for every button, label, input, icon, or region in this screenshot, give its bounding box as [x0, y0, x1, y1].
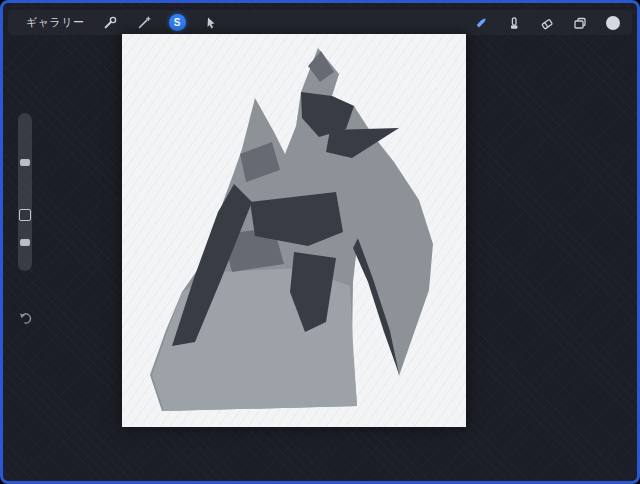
adjustments-button[interactable] [135, 14, 153, 32]
toolbar-right-group [472, 14, 632, 32]
paint-button[interactable] [472, 14, 490, 32]
selection-icon: S [174, 17, 181, 28]
drawing-canvas[interactable] [122, 34, 466, 427]
undo-icon [17, 310, 33, 326]
artwork-creature-painting [122, 34, 466, 427]
opacity-slider[interactable] [20, 239, 30, 246]
top-toolbar: ギャラリー S [8, 10, 632, 35]
transform-cursor-icon [203, 15, 219, 31]
actions-button[interactable] [101, 14, 119, 32]
layers-icon [572, 15, 588, 31]
sidebar-slider-track [18, 113, 32, 271]
smudge-finger-icon [506, 15, 522, 31]
toolbar-left-group: ギャラリー S [8, 14, 220, 32]
app-window: ギャラリー S [0, 0, 640, 484]
brush-icon [473, 15, 489, 31]
eraser-icon [539, 15, 555, 31]
gallery-button[interactable]: ギャラリー [26, 15, 85, 30]
color-swatch [605, 15, 621, 31]
layers-button[interactable] [571, 14, 589, 32]
color-button[interactable] [604, 14, 622, 32]
modify-button[interactable] [19, 209, 31, 221]
transform-button[interactable] [202, 14, 220, 32]
wrench-icon [102, 15, 118, 31]
smudge-button[interactable] [505, 14, 523, 32]
brush-size-slider[interactable] [20, 159, 30, 166]
adjustments-icon [136, 15, 152, 31]
undo-button[interactable] [16, 309, 34, 327]
selection-button[interactable]: S [169, 14, 186, 31]
erase-button[interactable] [538, 14, 556, 32]
